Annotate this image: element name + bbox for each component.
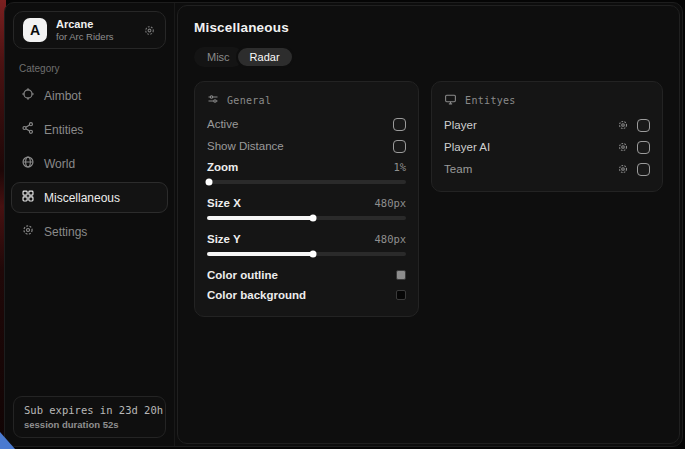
panels-row: General Active Show Distance Zoom 1% <box>194 81 663 317</box>
sidebar-item-entities[interactable]: Entities <box>11 114 168 145</box>
app-title: Arcane <box>56 18 114 30</box>
gear-icon[interactable] <box>617 163 629 175</box>
setting-row-show-distance: Show Distance <box>207 135 406 157</box>
sidebar-item-aimbot[interactable]: Aimbot <box>11 80 168 111</box>
gear-icon <box>21 223 35 240</box>
entity-row-team: Team <box>444 158 650 180</box>
sidebar-item-label: Miscellaneous <box>44 191 120 205</box>
entity-label: Player <box>444 119 477 131</box>
subscription-card: Sub expires in 23d 20h session duration … <box>13 396 166 438</box>
size-x-slider-handle[interactable] <box>309 215 316 222</box>
session-duration-text: session duration 52s <box>24 419 155 430</box>
team-checkbox[interactable] <box>637 163 650 176</box>
sidebar-item-world[interactable]: World <box>11 148 168 179</box>
gear-icon[interactable] <box>617 141 629 153</box>
zoom-slider[interactable] <box>207 180 406 184</box>
color-outline-swatch[interactable] <box>396 270 406 280</box>
zoom-slider-handle[interactable] <box>205 179 212 186</box>
setting-label: Size X <box>207 197 241 209</box>
setting-label: Show Distance <box>207 140 284 152</box>
entity-row-player-ai: Player AI <box>444 136 650 158</box>
sidebar-item-label: Settings <box>44 225 87 239</box>
sidebar-nav: Aimbot Entities World <box>11 77 168 247</box>
share-nodes-icon <box>21 121 35 138</box>
page-title: Miscellaneous <box>194 20 663 35</box>
size-x-value: 480px <box>375 197 407 209</box>
category-label: Category <box>19 63 160 74</box>
sub-expiry-text: Sub expires in 23d 20h <box>24 404 155 416</box>
entities-panel-title: Entityes <box>465 95 516 106</box>
setting-label: Color background <box>207 289 306 301</box>
logo-text-block: Arcane for Arc Riders <box>56 18 114 42</box>
show-distance-checkbox[interactable] <box>393 140 406 153</box>
tab-radar[interactable]: Radar <box>236 46 294 68</box>
app-window: A Arcane for Arc Riders Category Aimbot <box>4 2 683 447</box>
entities-panel-header: Entityes <box>444 90 650 114</box>
general-panel-header: General <box>207 90 406 113</box>
size-x-slider[interactable] <box>207 216 406 220</box>
monitor-icon <box>444 93 457 108</box>
setting-row-size-y: Size Y 480px <box>207 229 406 249</box>
entity-label: Player AI <box>444 141 490 153</box>
sidebar-item-label: Entities <box>44 123 83 137</box>
grid-icon <box>21 189 35 206</box>
main-content: Miscellaneous Misc Radar General Active <box>177 5 680 444</box>
zoom-value: 1% <box>393 161 406 173</box>
logo-card: A Arcane for Arc Riders <box>13 11 166 49</box>
tab-bar: Misc Radar <box>194 46 663 68</box>
entity-controls <box>617 119 650 132</box>
active-checkbox[interactable] <box>393 118 406 131</box>
setting-row-color-background: Color background <box>207 285 406 305</box>
app-logo: A <box>23 18 47 42</box>
entity-label: Team <box>444 163 472 175</box>
player-checkbox[interactable] <box>637 119 650 132</box>
entity-controls <box>617 163 650 176</box>
sidebar-item-label: Aimbot <box>44 89 81 103</box>
sidebar-spacer <box>5 247 174 388</box>
general-panel: General Active Show Distance Zoom 1% <box>194 81 419 317</box>
size-y-slider[interactable] <box>207 252 406 256</box>
setting-row-active: Active <box>207 113 406 135</box>
gear-icon[interactable] <box>143 24 156 37</box>
size-y-value: 480px <box>375 233 407 245</box>
gear-icon[interactable] <box>617 119 629 131</box>
sliders-icon <box>207 93 219 107</box>
general-panel-title: General <box>227 95 271 106</box>
entities-panel: Entityes Player Player AI <box>431 81 663 192</box>
sidebar-item-settings[interactable]: Settings <box>11 216 168 247</box>
player-ai-checkbox[interactable] <box>637 141 650 154</box>
setting-label: Zoom <box>207 161 238 173</box>
entity-controls <box>617 141 650 154</box>
setting-label: Size Y <box>207 233 241 245</box>
sidebar: A Arcane for Arc Riders Category Aimbot <box>5 3 175 446</box>
crosshair-icon <box>21 87 35 104</box>
sidebar-item-label: World <box>44 157 75 171</box>
setting-label: Active <box>207 118 238 130</box>
setting-row-size-x: Size X 480px <box>207 193 406 213</box>
setting-label: Color outline <box>207 269 278 281</box>
sidebar-item-miscellaneous[interactable]: Miscellaneous <box>11 182 168 213</box>
globe-icon <box>21 155 35 172</box>
size-y-slider-handle[interactable] <box>309 251 316 258</box>
slider-fill <box>207 252 313 256</box>
setting-row-zoom: Zoom 1% <box>207 157 406 177</box>
setting-row-color-outline: Color outline <box>207 265 406 285</box>
app-subtitle: for Arc Riders <box>56 31 114 42</box>
entity-row-player: Player <box>444 114 650 136</box>
cursor-pointer <box>0 432 15 449</box>
slider-fill <box>207 216 313 220</box>
color-background-swatch[interactable] <box>396 290 406 300</box>
